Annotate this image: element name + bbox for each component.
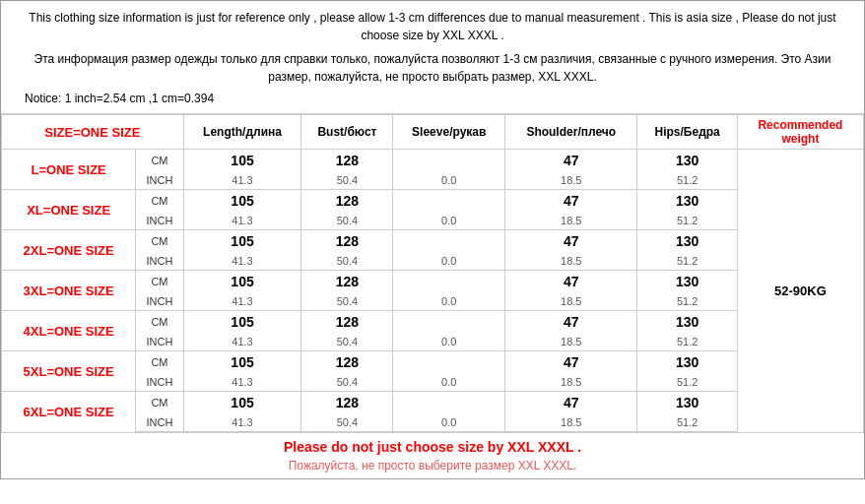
size-label-cell: 3XL=ONE SIZE xyxy=(2,271,136,311)
hips-cm-value: 130 xyxy=(637,150,737,172)
hips-cm-value: 130 xyxy=(637,351,737,374)
unit-inch: INCH xyxy=(136,373,183,392)
length-cm-value: 105 xyxy=(183,311,301,334)
shoulder-header: Shoulder/плечо xyxy=(505,115,637,150)
shoulder-inch-value: 18.5 xyxy=(505,373,637,392)
recommended-weight-cell: 52-90KG xyxy=(737,150,863,432)
shoulder-cm-value: 47 xyxy=(505,392,637,414)
sleeve-inch-value: 0.0 xyxy=(393,333,505,351)
length-inch-value: 41.3 xyxy=(183,292,301,311)
shoulder-cm-value: 47 xyxy=(505,271,637,293)
table-row: 4XL=ONE SIZECM10512847130 xyxy=(2,311,864,334)
table-row: 6XL=ONE SIZECM10512847130 xyxy=(2,392,864,414)
length-inch-value: 41.3 xyxy=(183,171,301,190)
bust-inch-value: 50.4 xyxy=(301,252,393,271)
sleeve-cm-value xyxy=(393,392,505,414)
sleeve-cm-value xyxy=(393,311,505,334)
footer-section: Please do not just choose size by XXL XX… xyxy=(1,432,864,478)
length-cm-value: 105 xyxy=(183,392,301,414)
notice-measure-text: Notice: 1 inch=2.54 cm ,1 cm=0.394 xyxy=(15,92,850,105)
unit-cm: CM xyxy=(136,392,183,414)
hips-header: Hips/Бедра xyxy=(637,115,737,150)
bust-cm-value: 128 xyxy=(301,311,393,334)
shoulder-inch-value: 18.5 xyxy=(505,333,637,351)
length-inch-value: 41.3 xyxy=(183,373,301,392)
sleeve-inch-value: 0.0 xyxy=(393,171,505,190)
length-cm-value: 105 xyxy=(183,230,301,253)
bust-inch-value: 50.4 xyxy=(301,333,393,351)
bust-inch-value: 50.4 xyxy=(301,292,393,311)
sleeve-cm-value xyxy=(393,271,505,293)
hips-inch-value: 51.2 xyxy=(637,413,737,432)
length-inch-value: 41.3 xyxy=(183,413,301,432)
hips-inch-value: 51.2 xyxy=(637,171,737,190)
unit-inch: INCH xyxy=(136,252,183,271)
sleeve-cm-value xyxy=(393,230,505,253)
size-label-cell: 5XL=ONE SIZE xyxy=(2,351,136,392)
bust-inch-value: 50.4 xyxy=(301,373,393,392)
shoulder-cm-value: 47 xyxy=(505,190,637,213)
shoulder-cm-value: 47 xyxy=(505,230,637,253)
unit-inch: INCH xyxy=(136,413,183,432)
table-row: 5XL=ONE SIZECM10512847130 xyxy=(2,351,864,374)
length-inch-value: 41.3 xyxy=(183,333,301,351)
hips-inch-value: 51.2 xyxy=(637,373,737,392)
length-cm-value: 105 xyxy=(183,150,301,172)
unit-cm: CM xyxy=(136,230,183,253)
footer-ru-text: Пожалуйста, не просто выберите размер XX… xyxy=(7,459,858,472)
bust-cm-value: 128 xyxy=(301,271,393,293)
bust-cm-value: 128 xyxy=(301,230,393,253)
length-inch-value: 41.3 xyxy=(183,212,301,230)
shoulder-cm-value: 47 xyxy=(505,311,637,334)
bust-inch-value: 50.4 xyxy=(301,212,393,230)
unit-inch: INCH xyxy=(136,212,183,230)
sleeve-header: Sleeve/рукав xyxy=(393,115,505,150)
length-inch-value: 41.3 xyxy=(183,252,301,271)
notice-en-text: This clothing size information is just f… xyxy=(15,9,850,44)
hips-cm-value: 130 xyxy=(637,230,737,253)
recommended-header: Recommended weight xyxy=(737,115,863,150)
bust-cm-value: 128 xyxy=(301,351,393,374)
sleeve-cm-value xyxy=(393,351,505,374)
unit-cm: CM xyxy=(136,311,183,334)
shoulder-inch-value: 18.5 xyxy=(505,212,637,230)
length-cm-value: 105 xyxy=(183,351,301,374)
footer-en-text: Please do not just choose size by XXL XX… xyxy=(7,439,858,455)
table-row: 2XL=ONE SIZECM10512847130 xyxy=(2,230,864,253)
hips-inch-value: 51.2 xyxy=(637,252,737,271)
unit-cm: CM xyxy=(136,150,183,172)
shoulder-cm-value: 47 xyxy=(505,351,637,374)
hips-cm-value: 130 xyxy=(637,271,737,293)
unit-cm: CM xyxy=(136,351,183,374)
size-label-cell: L=ONE SIZE xyxy=(2,150,136,190)
bust-cm-value: 128 xyxy=(301,150,393,172)
sleeve-cm-value xyxy=(393,190,505,213)
length-cm-value: 105 xyxy=(183,271,301,293)
sleeve-inch-value: 0.0 xyxy=(393,252,505,271)
size-label-cell: XL=ONE SIZE xyxy=(2,190,136,230)
hips-cm-value: 130 xyxy=(637,190,737,213)
shoulder-inch-value: 18.5 xyxy=(505,252,637,271)
sleeve-inch-value: 0.0 xyxy=(393,292,505,311)
length-header: Length/длина xyxy=(183,115,301,150)
table-row: XL=ONE SIZECM10512847130 xyxy=(2,190,864,213)
size-label-cell: 6XL=ONE SIZE xyxy=(2,392,136,432)
unit-inch: INCH xyxy=(136,333,183,351)
hips-inch-value: 51.2 xyxy=(637,292,737,311)
shoulder-inch-value: 18.5 xyxy=(505,413,637,432)
bust-inch-value: 50.4 xyxy=(301,171,393,190)
sleeve-inch-value: 0.0 xyxy=(393,212,505,230)
size-label-cell: 2XL=ONE SIZE xyxy=(2,230,136,271)
sleeve-inch-value: 0.0 xyxy=(393,373,505,392)
bust-header: Bust/бюст xyxy=(301,115,393,150)
bust-inch-value: 50.4 xyxy=(301,413,393,432)
bust-cm-value: 128 xyxy=(301,392,393,414)
hips-cm-value: 130 xyxy=(637,392,737,414)
notice-ru-text: Эта информация размер одежды только для … xyxy=(15,50,850,86)
shoulder-inch-value: 18.5 xyxy=(505,292,637,311)
table-header-row: SIZE=ONE SIZE Length/длина Bust/бюст Sle… xyxy=(2,115,864,150)
notice-section: This clothing size information is just f… xyxy=(1,1,864,114)
size-label-cell: 4XL=ONE SIZE xyxy=(2,311,136,351)
shoulder-inch-value: 18.5 xyxy=(505,171,637,190)
size-chart-container: This clothing size information is just f… xyxy=(0,0,865,479)
